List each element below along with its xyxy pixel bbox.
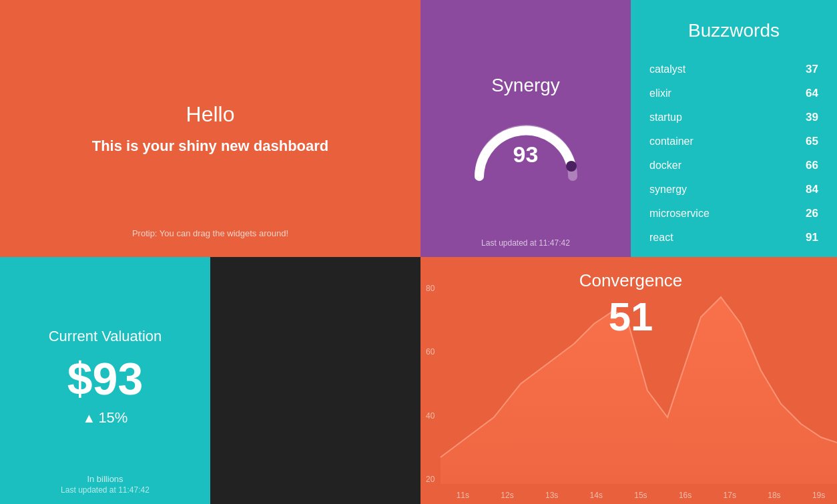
buzzword-row-6: microservice26 bbox=[649, 202, 818, 226]
y-label-60: 60 bbox=[426, 347, 435, 356]
chart-svg bbox=[421, 257, 837, 484]
buzzword-row-7: react91 bbox=[649, 226, 818, 250]
x-label-19s: 19s bbox=[812, 491, 825, 500]
buzzwords-title: Buzzwords bbox=[649, 20, 818, 41]
x-label-18s: 18s bbox=[768, 491, 780, 500]
buzzwords-list: catalyst37elixir64startup39container65do… bbox=[649, 57, 818, 250]
valuation-subtitle: In billions bbox=[87, 474, 123, 484]
buzzword-name-4: docker bbox=[649, 160, 681, 172]
convergence-value: 51 bbox=[609, 294, 653, 340]
x-label-13s: 13s bbox=[545, 491, 558, 500]
chart-area bbox=[421, 257, 837, 484]
x-label-17s: 17s bbox=[724, 491, 736, 500]
y-label-80: 80 bbox=[426, 284, 435, 293]
x-label-14s: 14s bbox=[590, 491, 603, 500]
buzzword-row-0: catalyst37 bbox=[649, 57, 818, 81]
hello-subtitle: This is your shiny new dashboard bbox=[92, 138, 329, 155]
buzzword-name-2: startup bbox=[649, 111, 682, 123]
valuation-last-updated: Last updated at 11:47:42 bbox=[61, 485, 150, 495]
buzzword-name-5: synergy bbox=[649, 184, 687, 196]
synergy-gauge: 93 bbox=[466, 109, 586, 183]
synergy-value: 93 bbox=[513, 142, 539, 168]
buzzword-row-5: synergy84 bbox=[649, 178, 818, 202]
y-label-40: 40 bbox=[426, 411, 435, 421]
buzzword-name-1: elixir bbox=[649, 87, 671, 99]
synergy-last-updated: Last updated at 11:47:42 bbox=[481, 238, 570, 248]
x-label-16s: 16s bbox=[679, 491, 691, 500]
hello-protip: Protip: You can drag the widgets around! bbox=[132, 228, 288, 238]
hello-widget: Hello This is your shiny new dashboard P… bbox=[0, 0, 421, 257]
x-label-12s: 12s bbox=[501, 491, 513, 500]
buzzword-name-7: react bbox=[649, 232, 673, 244]
x-label-15s: 15s bbox=[634, 491, 647, 500]
buzzword-value-3: 65 bbox=[806, 135, 818, 148]
buzzword-row-1: elixir64 bbox=[649, 81, 818, 105]
buzzword-value-2: 39 bbox=[806, 111, 818, 124]
buzzword-row-2: startup39 bbox=[649, 105, 818, 130]
synergy-widget: Synergy 93 Last updated at 11:47:42 bbox=[421, 0, 631, 257]
buzzword-value-6: 26 bbox=[806, 207, 818, 220]
valuation-widget: Current Valuation $93 ▲ 15% In billions … bbox=[0, 257, 210, 504]
buzzword-name-0: catalyst bbox=[649, 63, 685, 75]
x-axis-labels: 11s12s13s14s15s16s17s18s19s bbox=[441, 491, 837, 500]
arrow-up-icon: ▲ bbox=[83, 411, 96, 426]
buzzword-row-3: container65 bbox=[649, 130, 818, 154]
buzzword-name-3: container bbox=[649, 136, 693, 148]
synergy-title: Synergy bbox=[491, 75, 560, 96]
valuation-change: ▲ 15% bbox=[83, 409, 128, 427]
hello-greeting: Hello bbox=[186, 102, 235, 127]
buzzword-value-4: 66 bbox=[806, 159, 818, 172]
valuation-change-value: 15% bbox=[98, 409, 127, 427]
buzzword-name-6: microservice bbox=[649, 208, 710, 220]
x-label-11s: 11s bbox=[457, 491, 469, 500]
convergence-title: Convergence bbox=[579, 270, 683, 291]
buzzword-value-0: 37 bbox=[806, 63, 818, 76]
y-axis-labels: 80 60 40 20 bbox=[426, 257, 435, 484]
y-label-20: 20 bbox=[426, 475, 435, 484]
svg-point-0 bbox=[566, 161, 577, 172]
valuation-title: Current Valuation bbox=[49, 328, 162, 345]
valuation-amount: $93 bbox=[67, 356, 143, 401]
buzzword-value-1: 64 bbox=[806, 87, 818, 100]
buzzword-value-7: 91 bbox=[806, 231, 818, 244]
buzzword-value-5: 84 bbox=[806, 183, 818, 196]
convergence-widget: 80 60 40 20 Convergence 51 11s12s13s14s1… bbox=[421, 257, 837, 504]
buzzword-row-4: docker66 bbox=[649, 154, 818, 178]
